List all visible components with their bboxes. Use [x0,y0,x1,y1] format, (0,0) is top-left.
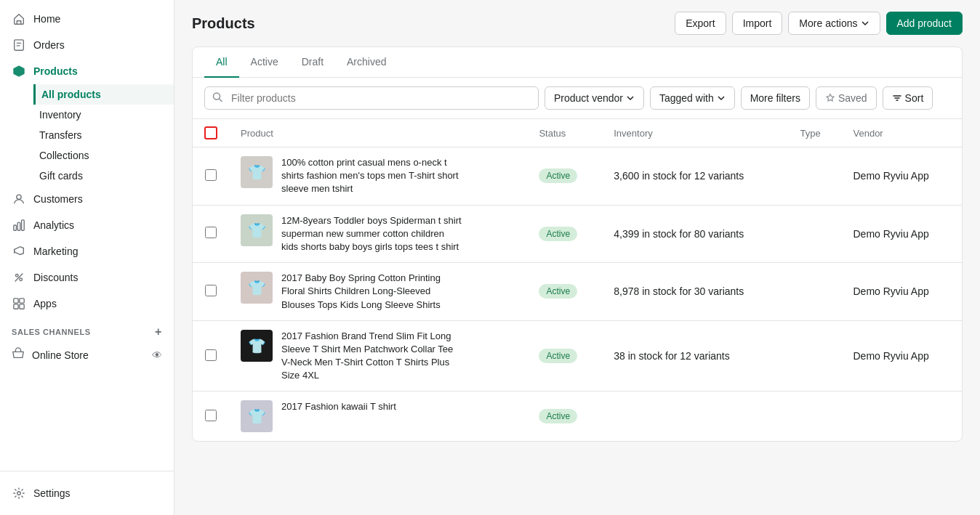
svg-point-5 [16,275,19,277]
analytics-icon [12,218,26,232]
type-cell [788,147,841,206]
table-row: 👕 12M-8years Toddler boys Spiderman t sh… [193,205,962,263]
row-checkbox[interactable] [205,410,217,421]
table-row: 👕 2017 Fashion Brand Trend Slim Fit Long… [193,320,962,392]
tab-archived[interactable]: Archived [335,47,398,78]
row-checkbox[interactable] [205,169,217,181]
svg-rect-2 [14,225,17,230]
products-table: Product Status Inventory Type [193,119,962,441]
svg-rect-10 [20,304,24,309]
discounts-icon [12,270,26,285]
export-button[interactable]: Export [675,12,726,35]
product-thumbnail: 👕 [241,400,273,432]
vendor-column-header: Vendor [842,119,963,147]
sidebar-item-customers[interactable]: Customers [0,186,174,212]
add-sales-channel-icon[interactable]: + [155,325,162,338]
inventory-label: Inventory [39,109,81,121]
sidebar-item-home[interactable]: Home [0,6,174,32]
more-actions-button[interactable]: More actions [788,12,880,35]
product-name[interactable]: 2017 Baby Boy Spring Cotton Printing Flo… [281,272,463,312]
sidebar-item-apps[interactable]: Apps [0,291,174,317]
status-column-header: Status [527,119,602,147]
sidebar-item-analytics[interactable]: Analytics [0,212,174,238]
row-checkbox[interactable] [205,349,217,361]
import-button[interactable]: Import [732,12,783,35]
row-checkbox[interactable] [205,285,217,296]
row-checkbox[interactable] [205,227,217,238]
type-cell [788,392,841,442]
sidebar-item-customers-label: Customers [33,193,83,205]
sidebar-item-products[interactable]: Products [0,58,174,84]
tab-bar: All Active Draft Archived [193,47,962,78]
svg-rect-8 [20,299,24,303]
sidebar-item-marketing-label: Marketing [33,246,78,257]
vendor-cell: Demo Ryviu App [842,147,963,206]
status-cell: Active [527,147,602,206]
content-area: All Active Draft Archived [174,46,980,515]
settings-icon [12,486,26,500]
more-filters-button[interactable]: More filters [741,86,810,110]
product-cell: 👕 2017 Fashion Brand Trend Slim Fit Long… [229,320,527,392]
row-checkbox-cell [193,263,229,321]
product-name[interactable]: 100% cotton print casual mens o-neck t s… [281,156,463,196]
search-input[interactable] [204,86,539,110]
status-badge: Active [539,284,577,299]
add-product-button[interactable]: Add product [886,12,963,35]
tab-active[interactable]: Active [239,47,290,78]
online-store-label: Online Store [32,349,89,361]
inventory-value: 8,978 in stock for 30 variants [614,285,744,297]
tab-draft[interactable]: Draft [290,47,335,78]
product-name[interactable]: 12M-8years Toddler boys Spiderman t shir… [281,214,463,254]
svg-rect-4 [22,220,25,230]
sidebar-item-orders-label: Orders [33,39,65,51]
row-checkbox-cell [193,320,229,392]
type-cell [788,320,841,392]
sidebar-item-gift-cards[interactable]: Gift cards [33,166,174,186]
product-name[interactable]: 2017 Fashion Brand Trend Slim Fit Long S… [281,330,463,383]
product-name[interactable]: 2017 Fashion kawaii T shirt [281,400,396,413]
status-cell: Active [527,205,602,263]
saved-button[interactable]: Saved [816,86,877,110]
inventory-cell: 4,399 in stock for 80 variants [602,205,788,263]
product-column-header: Product [229,119,527,147]
product-thumbnail: 👕 [241,272,273,304]
sidebar-item-discounts[interactable]: Discounts [0,264,174,291]
sidebar-item-all-products[interactable]: All products [33,84,174,105]
inventory-cell: 38 in stock for 12 variants [602,320,788,392]
collections-label: Collections [39,150,89,161]
product-cell: 👕 2017 Fashion kawaii T shirt [229,392,527,442]
product-thumbnail: 👕 [241,330,273,362]
inventory-column-header: Inventory [602,119,788,147]
filters-bar: Product vendor Tagged with More filters … [193,78,962,119]
sales-channels-section: SALES CHANNELS + [0,317,174,341]
vendor-cell [842,392,963,442]
tagged-with-button[interactable]: Tagged with [650,86,735,110]
select-all-checkbox[interactable] [204,126,217,139]
table-row: 👕 2017 Baby Boy Spring Cotton Printing F… [193,263,962,321]
table-row: 👕 2017 Fashion kawaii T shirt Active [193,392,962,442]
sort-button[interactable]: Sort [883,86,933,110]
sidebar: Home Orders Products All products Invent… [0,0,174,515]
sidebar-item-inventory[interactable]: Inventory [33,105,174,125]
row-checkbox-cell [193,205,229,263]
product-vendor-button[interactable]: Product vendor [545,86,644,110]
page-header: Products Export Import More actions Add … [174,0,980,46]
gift-cards-label: Gift cards [39,170,83,182]
products-table-wrap: Product Status Inventory Type [193,119,962,441]
product-cell: 👕 12M-8years Toddler boys Spiderman t sh… [229,205,527,263]
products-card: All Active Draft Archived [192,46,963,442]
inventory-value: 4,399 in stock for 80 variants [614,228,744,240]
sidebar-item-online-store[interactable]: Online Store 👁 [0,341,174,368]
sidebar-item-settings[interactable]: Settings [0,480,174,506]
sidebar-item-analytics-label: Analytics [33,219,74,231]
online-store-eye-icon[interactable]: 👁 [152,349,162,361]
sidebar-item-orders[interactable]: Orders [0,32,174,58]
sidebar-item-transfers[interactable]: Transfers [33,125,174,145]
sidebar-item-collections[interactable]: Collections [33,145,174,166]
tab-all[interactable]: All [204,47,239,78]
vendor-cell: Demo Ryviu App [842,320,963,392]
sidebar-item-marketing[interactable]: Marketing [0,238,174,264]
svg-point-6 [20,278,23,281]
product-cell: 👕 2017 Baby Boy Spring Cotton Printing F… [229,263,527,321]
search-wrap [204,86,539,110]
